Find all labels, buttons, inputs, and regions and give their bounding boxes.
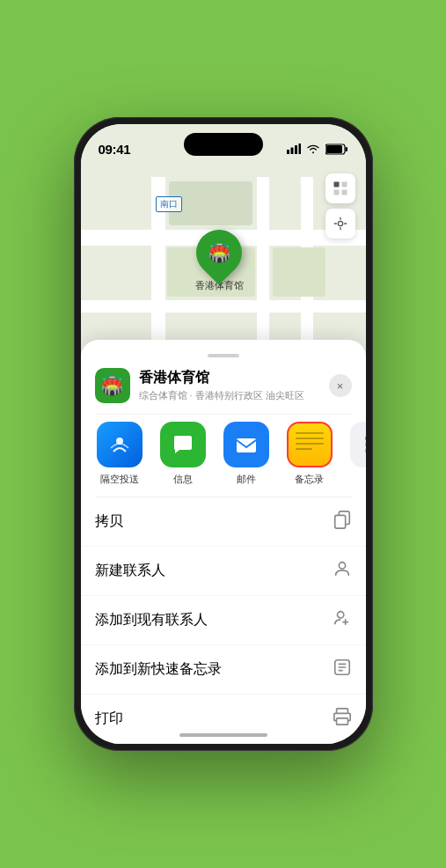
svg-rect-9 [333, 190, 339, 195]
dynamic-island [184, 133, 263, 156]
airdrop-label: 隔空投送 [100, 473, 139, 486]
svg-point-14 [365, 436, 366, 441]
pin-icon: 🏟️ [186, 220, 252, 285]
mail-label: 邮件 [237, 473, 256, 486]
share-messages[interactable]: 信息 [155, 422, 211, 486]
share-row: 隔空投送 信息 [81, 415, 366, 497]
print-icon [333, 707, 352, 731]
svg-rect-8 [341, 182, 347, 188]
svg-rect-29 [336, 718, 347, 725]
action-add-existing-label: 添加到现有联系人 [95, 611, 208, 629]
venue-info: 香港体育馆 综合体育馆 · 香港特别行政区 油尖旺区 [139, 369, 329, 402]
close-button[interactable]: × [329, 374, 352, 397]
svg-rect-13 [237, 438, 256, 452]
svg-rect-24 [334, 515, 345, 528]
add-notes-icon [333, 658, 352, 681]
location-pin: 🏟️ 香港体育馆 [195, 230, 244, 292]
venue-header: 🏟️ 香港体育馆 综合体育馆 · 香港特别行政区 油尖旺区 × [81, 368, 366, 414]
map-label-nankou: 南口 [156, 196, 182, 212]
action-add-existing[interactable]: 添加到现有联系人 [81, 596, 366, 645]
svg-point-25 [339, 563, 345, 569]
notes-label: 备忘录 [295, 473, 324, 486]
svg-point-16 [365, 448, 366, 453]
bottom-sheet: 🏟️ 香港体育馆 综合体育馆 · 香港特别行政区 油尖旺区 × [81, 340, 366, 744]
svg-rect-2 [295, 145, 297, 154]
status-icons [287, 143, 348, 155]
svg-point-26 [337, 612, 343, 618]
share-more[interactable]: 提 [345, 422, 366, 486]
share-airdrop[interactable]: 隔空投送 [91, 422, 148, 486]
svg-rect-0 [287, 150, 289, 154]
action-add-notes[interactable]: 添加到新快速备忘录 [81, 645, 366, 695]
wifi-icon [306, 143, 320, 154]
status-time: 09:41 [99, 142, 131, 157]
action-print-label: 打印 [95, 710, 123, 728]
copy-icon [333, 510, 352, 533]
action-new-contact[interactable]: 新建联系人 [81, 547, 366, 596]
venue-icon: 🏟️ [95, 368, 130, 403]
venue-name: 香港体育馆 [139, 369, 329, 387]
signal-icon [287, 143, 301, 154]
svg-rect-1 [290, 148, 293, 155]
new-contact-icon [333, 559, 352, 583]
svg-rect-3 [298, 143, 301, 154]
battery-icon [325, 143, 348, 155]
share-mail[interactable]: 邮件 [218, 422, 274, 486]
svg-rect-10 [341, 190, 347, 195]
svg-rect-28 [336, 709, 347, 714]
svg-rect-5 [326, 145, 342, 153]
action-new-contact-label: 新建联系人 [95, 562, 165, 580]
svg-rect-6 [345, 147, 347, 151]
sheet-handle [208, 354, 239, 357]
mail-icon [223, 422, 269, 467]
more-icon [350, 422, 366, 467]
location-button[interactable] [325, 209, 355, 239]
venue-description: 综合体育馆 · 香港特别行政区 油尖旺区 [139, 389, 329, 402]
home-indicator [179, 733, 267, 737]
share-notes[interactable]: 备忘录 [281, 422, 338, 486]
messages-icon [160, 422, 206, 467]
svg-point-11 [338, 221, 342, 225]
notes-icon [287, 422, 333, 467]
phone-screen: 09:41 [81, 124, 366, 744]
airdrop-icon [97, 422, 143, 467]
add-contact-icon [333, 608, 352, 632]
action-copy[interactable]: 拷贝 [81, 497, 366, 547]
messages-label: 信息 [173, 473, 193, 486]
map-view-toggle-button[interactable] [325, 173, 355, 203]
action-copy-label: 拷贝 [95, 512, 123, 531]
action-add-notes-label: 添加到新快速备忘录 [95, 660, 222, 679]
svg-point-15 [365, 442, 366, 447]
map-controls [325, 173, 355, 244]
action-list: 拷贝 新建联系人 [81, 497, 366, 744]
svg-rect-7 [333, 182, 339, 188]
notes-lines [296, 432, 324, 450]
phone-frame: 09:41 [74, 117, 373, 751]
